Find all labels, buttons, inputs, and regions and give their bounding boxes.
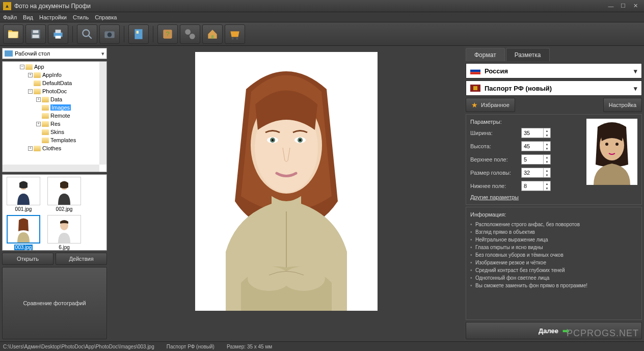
tree-scrollbar-h[interactable] <box>3 165 99 172</box>
toolbar-separator <box>153 26 153 42</box>
menu-style[interactable]: Стиль <box>73 14 89 20</box>
cart-button[interactable] <box>225 24 245 44</box>
main-photo[interactable] <box>195 52 378 311</box>
width-label: Ширина: <box>470 130 521 136</box>
document-selector[interactable]: Паспорт РФ (новый) ▾ <box>466 80 642 96</box>
save-button[interactable] <box>25 24 46 44</box>
canvas <box>109 46 464 341</box>
tab-format[interactable]: Формат <box>466 48 505 61</box>
status-size: Размер: 35 x 45 мм <box>227 344 272 349</box>
russia-flag-icon <box>470 67 480 74</box>
head-size-label: Размер головы: <box>470 170 521 176</box>
params-title: Параметры: <box>470 119 582 125</box>
tree-selected: Images <box>50 104 71 111</box>
status-doc: Паспорт РФ (новый) <box>167 344 214 349</box>
home-button[interactable] <box>202 24 223 44</box>
open-button[interactable]: Открыть <box>2 253 53 265</box>
svg-point-17 <box>232 37 234 39</box>
height-input[interactable]: 45▲▼ <box>521 141 551 151</box>
svg-rect-36 <box>470 72 480 74</box>
print-button[interactable] <box>48 24 68 44</box>
svg-rect-10 <box>135 29 142 39</box>
svg-rect-1 <box>33 30 39 33</box>
compare-button[interactable]: Сравнение фотографий <box>2 267 107 339</box>
svg-rect-5 <box>56 36 61 38</box>
svg-text:?: ? <box>166 30 169 38</box>
menu-help[interactable]: Справка <box>95 14 117 20</box>
toolbar-separator <box>72 26 73 42</box>
configure-button[interactable]: Настройка <box>603 98 642 112</box>
tree-scrollbar-v[interactable] <box>99 62 106 165</box>
menubar: Файл Вид Настройки Стиль Справка <box>0 12 644 22</box>
open-folder-button[interactable] <box>3 24 23 44</box>
close-button[interactable]: ✕ <box>630 2 641 10</box>
top-margin-input[interactable]: 5▲▼ <box>521 154 551 165</box>
zoom-button[interactable] <box>77 24 97 44</box>
passport-icon <box>470 85 480 92</box>
svg-point-41 <box>615 143 619 146</box>
maximize-button[interactable]: ☐ <box>618 2 629 10</box>
dropdown-icon: ▾ <box>101 50 104 57</box>
menu-file[interactable]: Файл <box>3 14 17 20</box>
svg-rect-34 <box>470 67 480 70</box>
path-selector[interactable]: Рабочий стол ▾ <box>2 48 107 59</box>
svg-rect-2 <box>33 35 39 38</box>
bottom-margin-input[interactable]: 8▲▼ <box>521 181 551 191</box>
minimize-button[interactable]: — <box>605 2 616 10</box>
document-label: Паспорт РФ (новый) <box>485 85 552 92</box>
main-area: Рабочий стол ▾ −App +AppInfo DefaultData… <box>0 46 644 341</box>
svg-point-18 <box>236 37 238 39</box>
app-icon: ▲ <box>3 2 11 10</box>
dropdown-icon: ▾ <box>634 85 637 92</box>
svg-line-7 <box>89 36 91 38</box>
width-input[interactable]: 35▲▼ <box>521 128 551 138</box>
top-margin-label: Верхнее поле: <box>470 156 521 163</box>
info-panel: Информация: Расположение строго анфас, б… <box>466 207 642 320</box>
dropdown-icon: ▾ <box>634 67 637 75</box>
svg-rect-35 <box>470 70 480 72</box>
info-list: Расположение строго анфас, без поворотов… <box>470 221 637 289</box>
info-title: Информация: <box>470 211 637 218</box>
sample-photo <box>586 119 637 185</box>
tab-layout[interactable]: Разметка <box>506 48 550 61</box>
toolbar: ? <box>0 22 644 46</box>
country-selector[interactable]: Россия ▾ <box>466 63 642 78</box>
watermark: PCPROGS.NET <box>567 328 639 339</box>
video-button[interactable] <box>180 24 200 44</box>
svg-point-6 <box>83 30 89 36</box>
svg-point-28 <box>272 139 274 141</box>
country-label: Россия <box>485 67 508 75</box>
other-params-link[interactable]: Другие параметры <box>470 194 582 200</box>
thumb-001[interactable]: 001.jpg <box>5 177 42 212</box>
svg-point-14 <box>185 29 191 35</box>
favorite-button[interactable]: ★Избранное <box>466 98 515 112</box>
parameters-panel: Параметры: Ширина:35▲▼ Высота:45▲▼ Верхн… <box>466 114 642 205</box>
svg-point-40 <box>605 143 608 146</box>
menu-view[interactable]: Вид <box>23 14 33 20</box>
path-label: Рабочий стол <box>15 50 50 57</box>
star-icon: ★ <box>471 101 478 109</box>
thumb-002[interactable]: 002.jpg <box>45 177 83 212</box>
svg-point-31 <box>299 139 301 141</box>
height-label: Высота: <box>470 143 521 149</box>
svg-rect-4 <box>56 30 61 33</box>
svg-point-9 <box>108 32 112 37</box>
head-size-input[interactable]: 32▲▼ <box>521 168 551 178</box>
actions-button[interactable]: Действия <box>56 253 107 265</box>
folder-tree[interactable]: −App +AppInfo DefaultData −PhotoDoc +Dat… <box>2 61 107 172</box>
right-panel: Формат Разметка Россия ▾ Паспорт РФ (нов… <box>464 46 644 341</box>
svg-point-15 <box>190 33 195 39</box>
toolbar-separator <box>124 26 124 42</box>
menu-settings[interactable]: Настройки <box>39 14 67 20</box>
window-title: Фото на документы Профи <box>14 3 604 10</box>
titlebar: ▲ Фото на документы Профи — ☐ ✕ <box>0 0 644 12</box>
svg-rect-38 <box>473 86 477 90</box>
document-mode-button[interactable] <box>128 24 149 44</box>
camera-button[interactable] <box>99 24 120 44</box>
statusbar: C:\Users\Админ\Desktop\PhotoDoc\App\Phot… <box>0 341 644 351</box>
svg-point-33 <box>282 266 325 291</box>
thumbnails: 001.jpg 002.jpg 003.jpg 6.jpg <box>2 174 107 251</box>
thumb-003[interactable]: 003.jpg <box>5 215 42 250</box>
thumb-006[interactable]: 6.jpg <box>45 215 83 250</box>
help-book-button[interactable]: ? <box>157 24 178 44</box>
